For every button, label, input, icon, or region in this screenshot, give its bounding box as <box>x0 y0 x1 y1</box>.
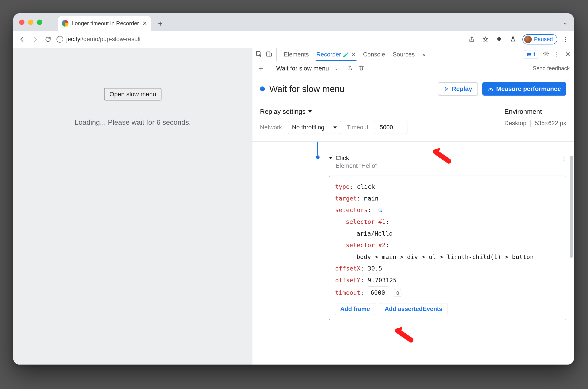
tab-console[interactable]: Console <box>362 48 386 61</box>
url-host: jec.fyi <box>66 36 82 42</box>
page-viewport: Open slow menu Loading... Please wait fo… <box>13 48 252 364</box>
issues-count: 1 <box>533 51 536 58</box>
url-path: /demo/pup-slow-result <box>82 36 141 42</box>
reload-button[interactable] <box>44 35 52 44</box>
key-selector-2: selector #2 <box>346 242 386 249</box>
paused-label: Paused <box>534 36 553 42</box>
browser-window: Longer timeout in Recorder ✕ ＋ ⌄ i jec.f… <box>13 13 574 364</box>
measure-performance-button[interactable]: Measure performance <box>482 82 566 96</box>
content-area: Open slow menu Loading... Please wait fo… <box>13 48 574 364</box>
issues-chip[interactable]: 1 <box>524 50 538 59</box>
divider <box>530 120 531 127</box>
open-slow-menu-button[interactable]: Open slow menu <box>104 88 161 100</box>
minimize-window[interactable] <box>28 20 33 25</box>
val-offsety: 9.703125 <box>368 277 397 284</box>
val-offsetx: 30.5 <box>368 265 382 272</box>
extensions-icon[interactable] <box>495 35 504 44</box>
site-info-icon[interactable]: i <box>57 36 63 43</box>
recording-select-label: Wait for slow menu <box>276 65 329 72</box>
network-throttling-select[interactable]: No throttling <box>288 121 341 134</box>
val-selector-2: body > main > div > ul > li:nth-child(1)… <box>335 251 560 263</box>
tab-overflow-icon[interactable]: » <box>421 48 427 61</box>
tab-recorder-label: Recorder <box>316 51 341 58</box>
traffic-lights <box>19 20 42 25</box>
browser-tab[interactable]: Longer timeout in Recorder ✕ <box>58 16 151 31</box>
svg-point-3 <box>545 53 547 54</box>
devtools-right-controls: 1 ⋮ ✕ <box>524 50 571 59</box>
devtools-panel: Elements Recorder 🧪 ✕ Console Sources » <box>252 48 574 364</box>
share-icon[interactable] <box>467 35 476 44</box>
add-recording-button[interactable]: ＋ <box>256 63 265 74</box>
environment-title: Environment <box>504 108 566 115</box>
devtools-left-controls <box>255 48 277 61</box>
tab-title: Longer timeout in Recorder <box>72 20 139 27</box>
stage: Longer timeout in Recorder ✕ ＋ ⌄ i jec.f… <box>0 0 588 389</box>
step-menu-icon[interactable]: ⋮ <box>561 155 567 162</box>
inspect-element-icon[interactable] <box>255 51 262 58</box>
devtools-close-icon[interactable]: ✕ <box>565 50 571 58</box>
environment-panel: Environment Desktop 535×622 px <box>504 108 566 127</box>
devtools-tabs: Elements Recorder 🧪 ✕ Console Sources » <box>283 48 427 61</box>
close-window[interactable] <box>19 20 25 25</box>
svg-rect-2 <box>269 53 272 56</box>
delete-timeout-icon[interactable] <box>394 289 401 297</box>
devtools-menu-icon[interactable]: ⋮ <box>553 50 561 58</box>
export-icon[interactable] <box>347 65 353 72</box>
browser-menu-icon[interactable]: ⋮ <box>562 35 569 43</box>
tab-elements[interactable]: Elements <box>283 48 310 61</box>
tab-recorder-close-icon[interactable]: ✕ <box>352 52 356 58</box>
step-header[interactable]: Click Element "Hello" ⋮ <box>329 155 566 169</box>
network-throttling-value: No throttling <box>292 124 324 131</box>
replay-settings: Replay settings Network No throttling Ti… <box>260 108 491 134</box>
back-button[interactable] <box>18 35 27 44</box>
recording-select-chevron-icon[interactable]: ⌄ <box>334 65 338 71</box>
recorder-toolbar: ＋ Wait for slow menu ⌄ Send feedback <box>252 61 574 76</box>
replay-settings-controls: Network No throttling Timeout 5000 <box>260 121 491 134</box>
key-selector-1: selector #1 <box>346 218 386 225</box>
experiments-icon[interactable] <box>509 35 518 44</box>
send-feedback-link[interactable]: Send feedback <box>533 65 570 72</box>
recording-status-dot-icon <box>260 87 265 91</box>
caret-down-icon <box>329 157 333 159</box>
loading-text: Loading... Please wait for 6 seconds. <box>75 118 191 127</box>
step-timeout-input[interactable]: 6000 <box>368 286 388 299</box>
step-title: Click <box>336 155 377 162</box>
tab-recorder[interactable]: Recorder 🧪 ✕ <box>315 48 356 61</box>
scrollbar-thumb[interactable] <box>570 156 573 258</box>
add-row: Add frame Add assertedEvents <box>335 303 560 315</box>
caret-down-icon <box>308 110 312 113</box>
new-tab-button[interactable]: ＋ <box>155 18 166 29</box>
steps-list: Click Element "Hello" ⋮ type: click targ… <box>252 142 574 364</box>
bookmark-icon[interactable] <box>481 35 490 44</box>
tab-close-icon[interactable]: ✕ <box>142 20 147 27</box>
favicon-icon <box>62 20 69 27</box>
key-type: type <box>335 183 349 190</box>
settings-icon[interactable] <box>543 50 549 58</box>
network-label: Network <box>260 124 282 131</box>
tab-sources[interactable]: Sources <box>392 48 416 61</box>
key-timeout: timeout <box>335 289 360 296</box>
measure-label: Measure performance <box>496 85 561 93</box>
omnibox[interactable]: i jec.fyi/demo/pup-slow-result <box>57 36 463 43</box>
environment-device: Desktop <box>504 120 526 127</box>
forward-button[interactable] <box>31 35 39 44</box>
delete-recording-icon[interactable] <box>358 65 365 72</box>
recording-name: Wait for slow menu <box>269 84 345 94</box>
replay-settings-toggle[interactable]: Replay settings <box>260 108 491 115</box>
chevron-down-icon <box>333 127 337 129</box>
environment-size: 535×622 px <box>535 120 566 127</box>
devtools-tabbar: Elements Recorder 🧪 ✕ Console Sources » <box>252 48 574 61</box>
tab-strip: Longer timeout in Recorder ✕ ＋ ⌄ <box>13 13 574 31</box>
profile-paused-chip[interactable]: Paused <box>522 34 557 44</box>
maximize-window[interactable] <box>37 20 42 25</box>
pick-selector-icon[interactable] <box>377 207 384 214</box>
device-toggle-icon[interactable] <box>266 51 273 58</box>
add-frame-button[interactable]: Add frame <box>335 303 375 315</box>
separator <box>271 64 271 73</box>
val-target: main <box>364 195 379 202</box>
replay-button[interactable]: Replay <box>438 82 478 96</box>
timeout-input[interactable]: 5000 <box>374 121 407 134</box>
add-asserted-events-button[interactable]: Add assertedEvents <box>380 303 448 315</box>
toolbar-right: Paused ⋮ <box>467 34 569 44</box>
window-chevron-icon[interactable]: ⌄ <box>562 18 568 26</box>
